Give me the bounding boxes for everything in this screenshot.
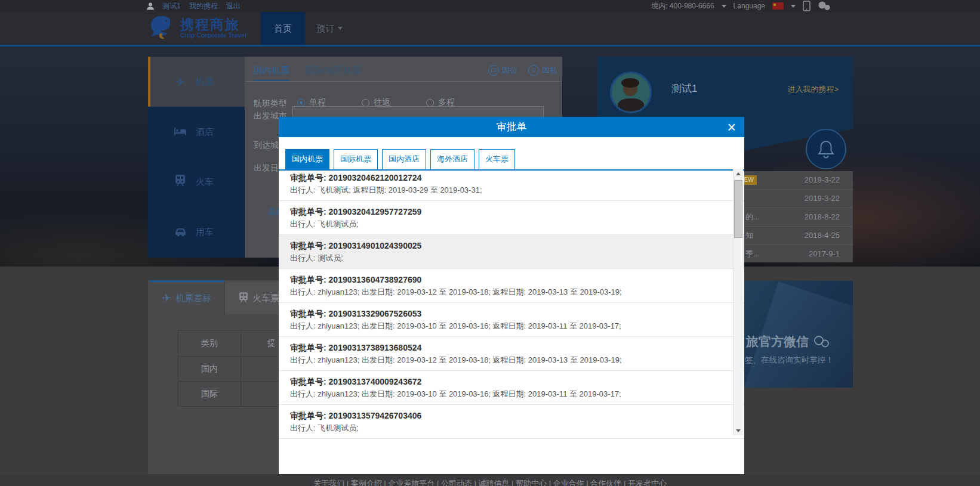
wechat-banner-title: 旅官方微信 — [746, 333, 829, 350]
wechat-bubbles-icon — [813, 336, 829, 348]
tab-domestic-flight[interactable]: 国内机票 — [254, 65, 289, 82]
plane-icon: ✈ — [162, 292, 171, 305]
scrollbar-thumb[interactable] — [734, 180, 742, 238]
bell-icon — [817, 140, 835, 159]
sidebar-item-hotel[interactable]: 酒店 — [148, 107, 245, 157]
order-detail: 出行人: zhiyuan123; 出发日期: 2019-03-12 至 2019… — [290, 356, 726, 364]
toggle-private[interactable]: 因私 — [528, 65, 557, 76]
brand-logo[interactable]: 携程商旅 Ctrip Corporate Travel — [148, 16, 246, 41]
avatar — [610, 72, 652, 113]
toggle-business[interactable]: 因公 — [488, 65, 517, 76]
order-number: 20190313738913680524 — [329, 343, 422, 352]
brand-name-en: Ctrip Corporate Travel — [180, 32, 246, 39]
modal-tab-train[interactable]: 火车票 — [479, 149, 515, 169]
scroll-up-button[interactable] — [734, 169, 743, 178]
approval-order-row[interactable]: 审批单号: 20190313738913680524 出行人: zhiyuan1… — [279, 337, 744, 371]
approval-modal: 审批单 × 国内机票 国际机票 国内酒店 海外酒店 火车票 审批单号: 2019… — [279, 117, 744, 474]
radio-dot — [362, 99, 369, 107]
order-number: 20190313740009243672 — [329, 377, 422, 386]
order-detail: 出行人: 飞机测试员; — [290, 424, 726, 432]
notification-bell-button[interactable] — [806, 129, 846, 169]
radio-dot — [297, 99, 305, 107]
car-icon — [173, 225, 187, 239]
modal-tab-overseas-hotel[interactable]: 海外酒店 — [430, 149, 474, 169]
table-cell-international: 国际 — [178, 382, 241, 407]
flight-type-label: 航班类型 — [254, 98, 287, 109]
notice-title-fragment: 的... — [745, 208, 760, 226]
sidebar-item-flight[interactable]: ✈ 机票 — [148, 57, 245, 107]
tab-flight-standard[interactable]: ✈ 机票差标 — [149, 280, 224, 314]
user-name: 测试1 — [671, 82, 697, 95]
notice-date: 2018-8-22 — [805, 208, 840, 226]
notice-date: 2017-9-1 — [809, 245, 840, 263]
order-number: 20190314901024390025 — [329, 241, 422, 250]
booking-sidebar: ✈ 机票 酒店 火车 — [148, 57, 245, 258]
approval-order-row[interactable]: 审批单号: 20190313329067526053 出行人: zhiyuan1… — [279, 303, 744, 337]
notice-date: 2019-3-22 — [805, 171, 840, 189]
arrow-up-icon — [736, 172, 741, 175]
tab-divider — [245, 81, 562, 82]
topbar-logout-link[interactable]: 退出 — [226, 1, 241, 11]
hotline-text[interactable]: 境内: 400-980-6666 — [651, 1, 714, 11]
approval-order-row[interactable]: 审批单号: 20190313604738927690 出行人: zhiyuan1… — [279, 269, 744, 303]
navbar: 携程商旅 Ctrip Corporate Travel 首页 预订 — [0, 12, 980, 47]
order-detail: 出行人: zhiyuan123; 出发日期: 2019-03-10 至 2019… — [290, 322, 726, 330]
order-number: 20190320412957727259 — [329, 207, 422, 216]
sidebar-item-car[interactable]: 用车 — [148, 207, 245, 257]
table-cell-domestic: 国内 — [178, 357, 241, 382]
topbar-mytrip-link[interactable]: 我的携程 — [189, 1, 218, 11]
notice-date: 2019-3-22 — [805, 190, 840, 208]
modal-tab-domestic-hotel[interactable]: 国内酒店 — [382, 149, 426, 169]
brand-name-cn: 携程商旅 — [180, 17, 246, 32]
wechat-banner-subtitle: 签、在线咨询实时掌控！ — [745, 355, 834, 366]
footer: 关于我们 | 案例介绍 | 企业差旅平台 | 公司动态 | 诚聘信息 | 帮助中… — [0, 474, 980, 486]
order-detail: 出行人: 测试员; — [290, 254, 726, 262]
order-detail: 出行人: zhiyuan123; 出发日期: 2019-03-12 至 2019… — [290, 288, 726, 296]
close-icon[interactable]: × — [727, 117, 736, 137]
radio-dot — [426, 99, 434, 107]
topbar-username[interactable]: 测试1 — [162, 1, 181, 11]
modal-header: 审批单 × — [279, 117, 744, 137]
nav-tab-home[interactable]: 首页 — [261, 12, 305, 45]
order-number: 20190313329067526053 — [329, 309, 422, 318]
approval-order-row[interactable]: 审批单号: 20190313740009243672 出行人: zhiyuan1… — [279, 371, 744, 405]
dolphin-logo-icon — [148, 16, 175, 41]
modal-tab-domestic-flight[interactable]: 国内机票 — [285, 149, 329, 169]
modal-title: 审批单 — [279, 117, 744, 137]
scroll-down-button[interactable] — [734, 426, 743, 435]
page: 测试1 我的携程 退出 境内: 400-980-6666 Language — [0, 0, 980, 486]
nav-tab-booking[interactable]: 预订 — [316, 12, 343, 45]
approval-order-row-highlighted[interactable]: 审批单号: 20190314901024390025 出行人: 测试员; — [279, 235, 744, 269]
modal-tab-international-flight[interactable]: 国际机票 — [334, 149, 378, 169]
scrollbar[interactable] — [733, 169, 743, 435]
order-number: 20190313579426703406 — [329, 411, 422, 420]
user-icon — [147, 2, 154, 10]
order-number: 20190320462120012724 — [329, 173, 422, 182]
bed-icon — [173, 125, 187, 139]
sidebar-item-train[interactable]: 火车 — [148, 157, 245, 207]
footer-links[interactable]: 关于我们 | 案例介绍 | 企业差旅平台 | 公司动态 | 诚聘信息 | 帮助中… — [0, 479, 980, 486]
enter-mytrip-link[interactable]: 进入我的携程> — [787, 84, 839, 95]
china-flag-icon — [772, 2, 784, 10]
train-icon — [173, 175, 187, 189]
business-icon — [488, 65, 499, 76]
hotline-caret-icon — [722, 5, 726, 8]
approval-order-list: 审批单号: 20190320462120012724 出行人: 飞机测试; 返程… — [279, 167, 744, 439]
mobile-app-icon[interactable] — [803, 1, 810, 11]
order-detail: 出行人: 飞机测试; 返程日期: 2019-03-29 至 2019-03-31… — [290, 186, 726, 194]
plane-icon: ✈ — [173, 75, 187, 89]
notice-date: 2018-4-25 — [805, 227, 840, 244]
language-caret-icon — [791, 5, 796, 8]
notice-title-fragment: 知 — [745, 227, 753, 244]
topbar: 测试1 我的携程 退出 境内: 400-980-6666 Language — [0, 0, 980, 12]
booking-caret-icon — [338, 27, 343, 30]
language-label[interactable]: Language — [734, 2, 765, 10]
notice-title-fragment: 季... — [745, 245, 760, 263]
approval-order-row[interactable]: 审批单号: 20190320412957727259 出行人: 飞机测试员; — [279, 201, 744, 235]
order-number: 20190313604738927690 — [329, 275, 422, 284]
tab-international-flight[interactable]: 国际/地区机票 — [305, 65, 361, 75]
order-detail: 出行人: 飞机测试员; — [290, 220, 726, 228]
wechat-icon[interactable] — [818, 1, 831, 11]
approval-order-row[interactable]: 审批单号: 20190320462120012724 出行人: 飞机测试; 返程… — [279, 167, 744, 201]
approval-order-row[interactable]: 审批单号: 20190313579426703406 出行人: 飞机测试员; — [279, 405, 744, 439]
